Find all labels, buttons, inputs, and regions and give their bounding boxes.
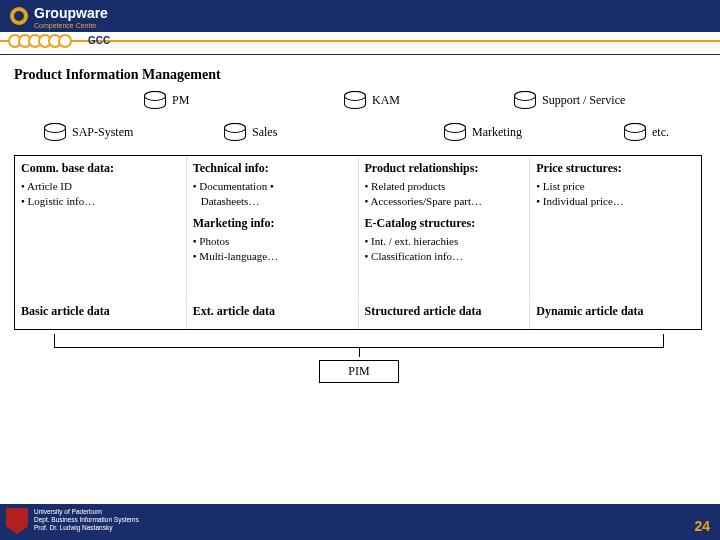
col-heading2: E-Catalog structures: bbox=[365, 215, 524, 231]
bracket-wrap: PIM bbox=[14, 334, 704, 382]
column-2: Product relationships: Related products … bbox=[358, 156, 530, 296]
col-item: Article ID bbox=[21, 179, 180, 194]
col-item: Classification info… bbox=[365, 249, 524, 264]
db-label: etc. bbox=[652, 125, 669, 140]
db-row-mid: SAP-System Sales Marketing etc. bbox=[14, 123, 704, 153]
db-label: PM bbox=[172, 93, 189, 108]
db-label: Sales bbox=[252, 125, 277, 140]
slide-title: Product Information Management bbox=[0, 55, 720, 91]
pim-box: PIM bbox=[319, 360, 398, 383]
brand-logo-icon bbox=[10, 7, 28, 25]
db-item: SAP-System bbox=[44, 123, 133, 141]
col-item: Datasheets… bbox=[193, 194, 352, 209]
db-item: KAM bbox=[344, 91, 400, 109]
col-footer-0: Basic article data bbox=[15, 296, 186, 329]
db-item: Support / Service bbox=[514, 91, 625, 109]
accent-band: GCC bbox=[0, 32, 720, 54]
db-item: Marketing bbox=[444, 123, 522, 141]
brand-header: Groupware Competence Center bbox=[0, 0, 720, 32]
col-heading: Price structures: bbox=[536, 160, 695, 176]
db-row-top: PM KAM Support / Service bbox=[14, 91, 704, 121]
col-item: Logistic info… bbox=[21, 194, 180, 209]
column-1: Technical info: Documentation • Datashee… bbox=[186, 156, 358, 296]
col-heading: Technical info: bbox=[193, 160, 352, 176]
db-label: Support / Service bbox=[542, 93, 625, 108]
main-block: Comm. base data: Article ID Logistic inf… bbox=[14, 155, 702, 330]
database-icon bbox=[344, 91, 366, 109]
db-label: KAM bbox=[372, 93, 400, 108]
db-item: etc. bbox=[624, 123, 669, 141]
col-footer-1: Ext. article data bbox=[186, 296, 358, 329]
db-label: SAP-System bbox=[72, 125, 133, 140]
col-item: Individual price… bbox=[536, 194, 695, 209]
db-item: PM bbox=[144, 91, 189, 109]
brand-abbrev: GCC bbox=[88, 35, 110, 46]
university-shield-icon bbox=[6, 508, 28, 534]
col-item: Documentation • bbox=[193, 179, 352, 194]
db-label: Marketing bbox=[472, 125, 522, 140]
col-item: List price bbox=[536, 179, 695, 194]
database-icon bbox=[144, 91, 166, 109]
col-item: Int. / ext. hierachies bbox=[365, 234, 524, 249]
footer-line2: Dept. Business Information Systems bbox=[34, 516, 139, 524]
col-item: Multi-language… bbox=[193, 249, 352, 264]
col-item: Related products bbox=[365, 179, 524, 194]
footer-line1: University of Paderborn bbox=[34, 508, 139, 516]
database-icon bbox=[224, 123, 246, 141]
database-icon bbox=[444, 123, 466, 141]
col-heading: Comm. base data: bbox=[21, 160, 180, 176]
col-footer-2: Structured article data bbox=[358, 296, 530, 329]
col-item: Photos bbox=[193, 234, 352, 249]
col-footer-3: Dynamic article data bbox=[529, 296, 701, 329]
brand-subtitle: Competence Center bbox=[34, 22, 108, 29]
col-heading: Product relationships: bbox=[365, 160, 524, 176]
brand-name: Groupware bbox=[34, 5, 108, 21]
col-heading2: Marketing info: bbox=[193, 215, 352, 231]
database-icon bbox=[514, 91, 536, 109]
col-item: Accessories/Spare part… bbox=[365, 194, 524, 209]
slide-footer: University of Paderborn Dept. Business I… bbox=[0, 504, 720, 540]
diagram: PM KAM Support / Service SAP-System Sale… bbox=[14, 91, 704, 382]
database-icon bbox=[44, 123, 66, 141]
column-0: Comm. base data: Article ID Logistic inf… bbox=[15, 156, 186, 296]
db-item: Sales bbox=[224, 123, 277, 141]
page-number: 24 bbox=[694, 518, 710, 534]
database-icon bbox=[624, 123, 646, 141]
footer-line3: Prof. Dr. Ludwig Nastansky bbox=[34, 524, 139, 532]
bracket-icon bbox=[54, 334, 664, 348]
column-3: Price structures: List price Individual … bbox=[529, 156, 701, 296]
